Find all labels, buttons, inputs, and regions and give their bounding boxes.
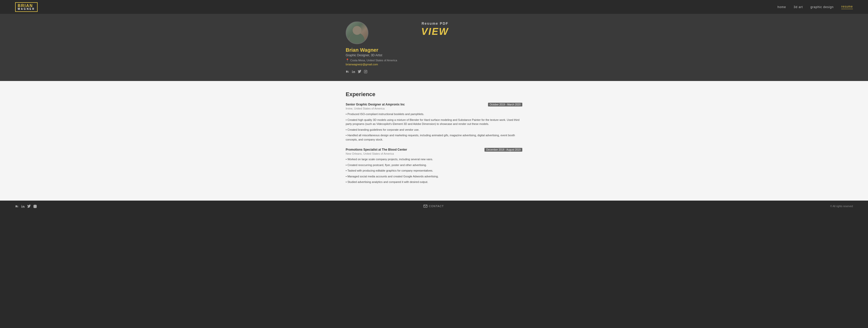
footer-instagram-icon[interactable] (33, 204, 37, 208)
nav-3d-art[interactable]: 3d art (794, 5, 803, 9)
bullet-1-2: • Created branding guidelines for corpor… (346, 128, 522, 132)
job-dates-1: October 2019 - March 2020 (488, 103, 522, 107)
profile-inner: Brian Wagner Graphic Designer, 3D Artist… (346, 22, 522, 73)
footer-contact[interactable]: CONTACT (424, 205, 444, 208)
nav-graphic-design[interactable]: graphic design (810, 5, 834, 9)
footer: CONTACT © All rights reserved (0, 201, 868, 212)
job-location-1: Irvine, United States of America (346, 107, 522, 110)
footer-social-icons (15, 204, 37, 208)
logo-wagner: WAGNER (18, 8, 35, 10)
logo-area[interactable]: BRIAN WAGNER (15, 2, 38, 12)
job-header-2: Promotions Specialist at The Blood Cente… (346, 148, 522, 152)
nav-resume[interactable]: resume (841, 5, 853, 9)
footer-linkedin-icon[interactable] (21, 204, 25, 208)
bullet-1-0: • Produced ISO-compliant instructional b… (346, 112, 522, 116)
job-location-2: New Orleans, United States of America (346, 152, 522, 155)
bullet-1-3: • Handled all miscellaneous design and m… (346, 133, 522, 142)
footer-copyright: © All rights reserved (830, 205, 853, 208)
avatar-image (346, 22, 368, 44)
experience-title: Experience (346, 91, 522, 98)
job-title-1: Senior Graphic Designer at Ampronix Inc (346, 103, 405, 106)
behance-icon[interactable] (346, 69, 349, 73)
resume-pdf-label: Resume PDF (422, 22, 448, 26)
experience-block-2: Promotions Specialist at The Blood Cente… (346, 148, 522, 184)
social-icons (346, 69, 367, 73)
contact-envelope-icon (424, 205, 428, 208)
footer-twitter-icon[interactable] (27, 204, 31, 208)
linkedin-icon[interactable] (352, 69, 355, 73)
footer-behance-icon[interactable] (15, 204, 19, 208)
main-nav: home 3d art graphic design resume (777, 5, 853, 9)
profile-name: Brian Wagner (346, 47, 378, 53)
job-title-2: Promotions Specialist at The Blood Cente… (346, 148, 407, 151)
footer-contact-label: CONTACT (429, 205, 444, 208)
profile-left: Brian Wagner Graphic Designer, 3D Artist… (346, 22, 397, 73)
profile-email[interactable]: brianwagnerjr@gmail.com (346, 63, 378, 66)
avatar (346, 22, 368, 44)
content-inner: Experience Senior Graphic Designer at Am… (346, 91, 522, 190)
experience-block-1: Senior Graphic Designer at Ampronix Inc … (346, 103, 522, 142)
bullet-2-1: • Created reoccurring postcard, flyer, p… (346, 163, 522, 167)
main-content: Experience Senior Graphic Designer at Am… (0, 81, 868, 201)
profile-location-text: Costa Mesa, United States of America (350, 59, 397, 62)
svg-point-1 (365, 71, 366, 72)
instagram-icon[interactable] (364, 69, 367, 73)
job-bullets-2: • Worked on large scale company projects… (346, 157, 522, 184)
resume-pdf-block: Resume PDF VIEW (412, 22, 458, 36)
profile-section: Brian Wagner Graphic Designer, 3D Artist… (0, 14, 868, 81)
bullet-2-4: • Studied advertising analytics and comp… (346, 180, 522, 184)
profile-location: 📍 Costa Mesa, United States of America (346, 59, 397, 62)
svg-point-4 (35, 206, 36, 207)
job-header-1: Senior Graphic Designer at Ampronix Inc … (346, 103, 522, 107)
header: BRIAN WAGNER home 3d art graphic design … (0, 0, 868, 14)
location-icon: 📍 (346, 59, 349, 62)
bullet-2-2: • Tasked with producing editable graphic… (346, 169, 522, 173)
twitter-icon[interactable] (358, 69, 361, 73)
logo-brian: BRIAN (18, 4, 33, 8)
bullet-2-3: • Managed social media accounts and crea… (346, 174, 522, 179)
svg-point-5 (36, 205, 36, 206)
job-dates-2: December 2018 - August 2019 (485, 148, 522, 152)
svg-rect-0 (364, 70, 367, 73)
job-bullets-1: • Produced ISO-compliant instructional b… (346, 112, 522, 142)
bullet-2-0: • Worked on large scale company projects… (346, 157, 522, 161)
nav-home[interactable]: home (777, 5, 786, 9)
resume-view-button[interactable]: VIEW (421, 27, 448, 36)
svg-point-2 (366, 71, 367, 71)
profile-title: Graphic Designer, 3D Artist (346, 54, 382, 57)
logo-box: BRIAN WAGNER (15, 2, 38, 12)
bullet-1-1: • Created high quality 3D models using a… (346, 118, 522, 126)
